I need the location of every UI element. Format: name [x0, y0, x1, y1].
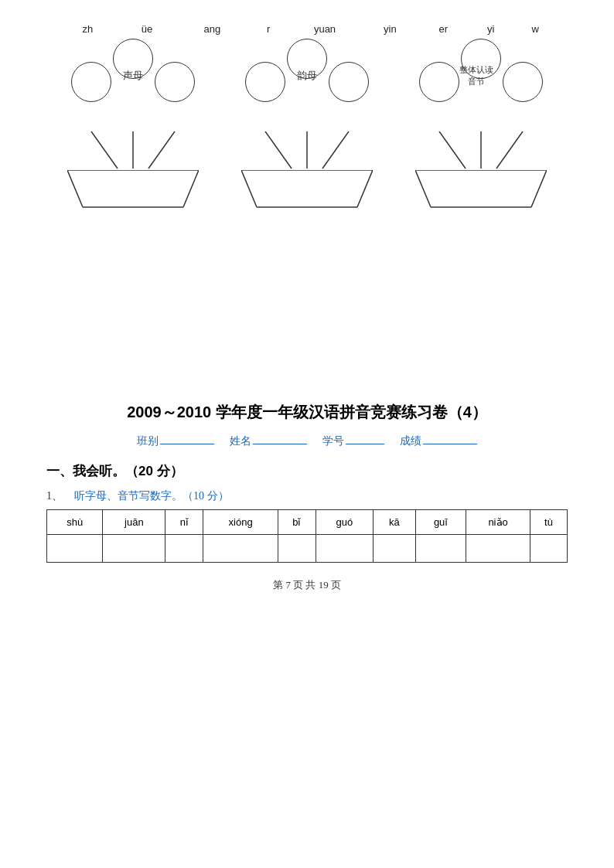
pinyin-header-row: zh üe ang r yuan yin er yi w — [46, 23, 568, 35]
score-field: 成绩 — [400, 434, 477, 448]
id-label: 学号 — [322, 434, 344, 448]
flower-circles-yunmu: 韵母 — [237, 39, 377, 131]
pinyin-yuan: yuan — [289, 23, 360, 35]
td-5[interactable] — [278, 535, 316, 563]
th-ni: nǐ — [165, 510, 203, 535]
page: zh üe ang r yuan yin er yi w 声母 — [0, 0, 614, 868]
svg-line-11 — [241, 170, 257, 207]
pinyin-ang: ang — [176, 23, 247, 35]
td-1[interactable] — [47, 535, 103, 563]
name-line[interactable] — [253, 444, 307, 444]
flower-group-shengmu: 声母 — [48, 39, 218, 209]
flower-diagrams: 声母 韵母 — [46, 39, 568, 209]
flower-label-2: 韵母 — [287, 56, 327, 96]
svg-line-7 — [265, 131, 292, 168]
th-ka: kā — [373, 510, 415, 535]
td-9[interactable] — [466, 535, 530, 563]
pot-svg-3 — [415, 170, 547, 209]
circle-left-1 — [71, 62, 111, 102]
pinyin-r: r — [247, 23, 289, 35]
svg-line-2 — [148, 131, 175, 168]
td-6[interactable] — [316, 535, 373, 563]
stem-svg-3 — [411, 131, 551, 170]
svg-line-14 — [439, 131, 466, 168]
spacer — [46, 209, 568, 379]
pinyin-zh: zh — [58, 23, 118, 35]
td-7[interactable] — [373, 535, 415, 563]
pot-svg-1 — [67, 170, 199, 209]
th-shu: shù — [47, 510, 103, 535]
th-guo: guó — [316, 510, 373, 535]
section1-title: 一、我会听。（20 分） — [46, 462, 568, 480]
class-label: 班别 — [137, 434, 159, 448]
exam-title: 2009～2010 学年度一年级汉语拼音竞赛练习卷（4） — [46, 402, 568, 423]
id-line[interactable] — [346, 444, 384, 444]
footer-text: 第 7 页 共 19 页 — [273, 579, 341, 591]
pot-svg-2 — [241, 170, 373, 209]
table-answer-row — [47, 535, 568, 563]
flower-circles-shengmu: 声母 — [63, 39, 203, 131]
student-info-row: 班别 姓名 学号 成绩 — [46, 434, 568, 448]
circle-left-2 — [245, 62, 285, 102]
circle-right-1 — [155, 62, 195, 102]
flower-label-3: 整体认读音节 — [456, 56, 496, 96]
q1-number: 1、 — [46, 489, 68, 503]
th-juan: juān — [103, 510, 165, 535]
flower-circles-zhengti: 整体认读音节 — [411, 39, 551, 131]
circle-right-2 — [329, 62, 369, 102]
exam-content: 2009～2010 学年度一年级汉语拼音竞赛练习卷（4） 班别 姓名 学号 成绩… — [46, 402, 568, 563]
svg-line-12 — [357, 170, 373, 207]
svg-line-18 — [415, 170, 431, 207]
td-2[interactable] — [103, 535, 165, 563]
id-field: 学号 — [322, 434, 384, 448]
svg-line-4 — [67, 170, 83, 207]
flower-label-1: 声母 — [113, 56, 153, 96]
svg-line-9 — [322, 131, 349, 168]
circle-left-3 — [419, 62, 459, 102]
flower-group-yunmu: 韵母 — [222, 39, 392, 209]
pinyin-yin: yin — [360, 23, 420, 35]
section1: 一、我会听。（20 分） 1、 听字母、音节写数字。（10 分） shù juā… — [46, 462, 568, 563]
pinyin-ue: üe — [118, 23, 177, 35]
answer-table: shù juān nǐ xióng bǐ guó kā guī niǎo tù — [46, 509, 568, 563]
stem-svg-2 — [237, 131, 377, 170]
name-field: 姓名 — [230, 434, 307, 448]
td-10[interactable] — [530, 535, 568, 563]
score-line[interactable] — [423, 444, 477, 444]
svg-line-5 — [183, 170, 199, 207]
pinyin-yi: yi — [467, 23, 514, 35]
stem-svg-1 — [63, 131, 203, 170]
th-tu: tù — [530, 510, 568, 535]
class-field: 班别 — [137, 434, 214, 448]
th-xiong: xióng — [203, 510, 278, 535]
name-label: 姓名 — [230, 434, 251, 448]
question1-row: 1、 听字母、音节写数字。（10 分） — [46, 489, 568, 503]
td-3[interactable] — [165, 535, 203, 563]
q1-text: 听字母、音节写数字。（10 分） — [74, 489, 229, 503]
page-footer: 第 7 页 共 19 页 — [46, 578, 568, 592]
score-label: 成绩 — [400, 434, 421, 448]
td-8[interactable] — [415, 535, 466, 563]
svg-line-16 — [496, 131, 523, 168]
pinyin-w: w — [514, 23, 556, 35]
pinyin-er: er — [420, 23, 467, 35]
th-gui: guī — [415, 510, 466, 535]
th-niao: niǎo — [466, 510, 530, 535]
th-bi: bǐ — [278, 510, 316, 535]
flower-group-zhengti: 整体认读音节 — [396, 39, 566, 209]
svg-line-0 — [91, 131, 118, 168]
td-4[interactable] — [203, 535, 278, 563]
class-line[interactable] — [160, 444, 214, 444]
circle-right-3 — [503, 62, 543, 102]
svg-line-19 — [531, 170, 547, 207]
table-header-row: shù juān nǐ xióng bǐ guó kā guī niǎo tù — [47, 510, 568, 535]
